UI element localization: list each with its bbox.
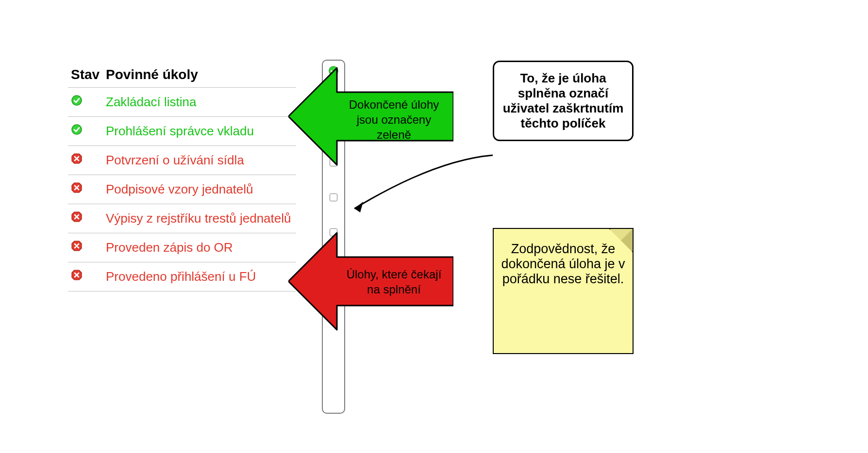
white-note: To, že je úloha splněna označí uživatel …	[493, 61, 634, 141]
check-circle-icon	[71, 95, 83, 106]
header-status: Stav	[68, 63, 103, 88]
header-task: Povinné úkoly	[103, 63, 296, 88]
task-label: Prohlášení správce vkladu	[103, 117, 296, 146]
red-arrow-callout: Úlohy, které čekají na splnění	[288, 228, 453, 335]
sticky-note-text: Zodpovědnost, že dokončená úloha je v po…	[501, 242, 625, 286]
status-cell	[68, 117, 103, 146]
table-row: Výpisy z rejstříku trestů jednatelů	[68, 204, 296, 233]
task-checkbox[interactable]	[330, 194, 337, 201]
cross-octagon-icon	[71, 211, 83, 223]
task-label: Zakládací listina	[103, 88, 296, 117]
table-row: Potvrzení o užívání sídla	[68, 146, 296, 175]
diagram-stage: Stav Povinné úkoly Zakládací listina	[0, 0, 868, 453]
status-cell	[68, 204, 103, 233]
table-row: Prohlášení správce vkladu	[68, 117, 296, 146]
svg-point-0	[72, 96, 82, 105]
green-arrow-callout: Dokončené úlohy jsou označeny zeleně	[288, 63, 453, 170]
cross-octagon-icon	[71, 269, 83, 281]
svg-point-1	[72, 125, 82, 134]
sticky-note: Zodpovědnost, že dokončená úloha je v po…	[493, 228, 634, 354]
status-cell	[68, 233, 103, 262]
task-label: Provedeno přihlášení u FÚ	[103, 262, 296, 291]
task-label: Výpisy z rejstříku trestů jednatelů	[103, 204, 296, 233]
task-label: Potvrzení o užívání sídla	[103, 146, 296, 175]
cross-octagon-icon	[71, 182, 83, 194]
status-cell	[68, 146, 103, 175]
table-row: Zakládací listina	[68, 88, 296, 117]
status-cell	[68, 175, 103, 204]
task-label: Proveden zápis do OR	[103, 233, 296, 262]
cross-octagon-icon	[71, 153, 83, 164]
task-label: Podpisové vzory jednatelů	[103, 175, 296, 204]
red-arrow-text: Úlohy, které čekají na splnění	[339, 267, 449, 297]
table-row: Podpisové vzory jednatelů	[68, 175, 296, 204]
status-cell	[68, 88, 103, 117]
table-row: Provedeno přihlášení u FÚ	[68, 262, 296, 291]
check-circle-icon	[71, 124, 83, 135]
table-row: Proveden zápis do OR	[68, 233, 296, 262]
task-table: Stav Povinné úkoly Zakládací listina	[68, 63, 296, 291]
status-cell	[68, 262, 103, 291]
cross-octagon-icon	[71, 240, 83, 252]
green-arrow-text: Dokončené úlohy jsou označeny zeleně	[339, 97, 449, 143]
task-table-header-row: Stav Povinné úkoly	[68, 63, 296, 88]
